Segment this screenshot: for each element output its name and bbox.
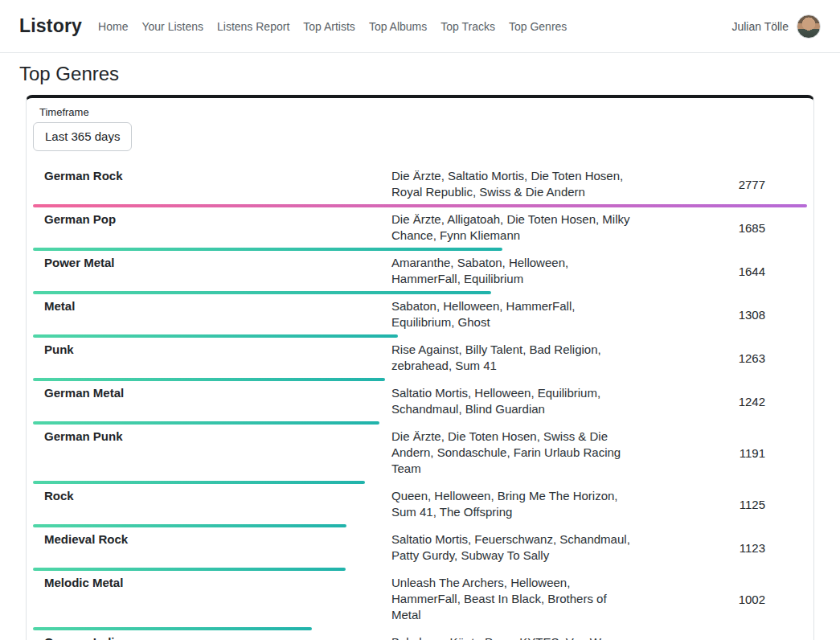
nav-item-top-albums[interactable]: Top Albums <box>369 20 427 33</box>
nav-item-top-genres[interactable]: Top Genres <box>509 20 567 33</box>
page-title: Top Genres <box>19 63 821 85</box>
genre-name: German Indie <box>33 634 391 640</box>
genre-row: German Pop Die Ärzte, Alligatoah, Die To… <box>33 207 807 251</box>
main-content: Top Genres Timeframe Last 365 days Germa… <box>0 63 840 640</box>
genre-name: German Rock <box>33 168 391 184</box>
genre-count: 2777 <box>739 178 807 191</box>
genre-count: 1263 <box>739 351 807 365</box>
nav-item-your-listens[interactable]: Your Listens <box>141 20 203 33</box>
timeframe-select[interactable]: Last 365 days <box>33 122 132 151</box>
genre-row: Metal Sabaton, Helloween, HammerFall, Eq… <box>33 294 807 338</box>
genre-name: German Punk <box>33 429 391 445</box>
genre-row: Melodic Metal Unleash The Archers, Hello… <box>33 571 807 630</box>
genre-artists: Sabaton, Helloween, HammerFall, Equilibr… <box>391 298 637 330</box>
genre-artists: Die Ärzte, Die Toten Hosen, Swiss & Die … <box>391 429 637 477</box>
genre-artists: Queen, Helloween, Bring Me The Horizon, … <box>391 488 637 520</box>
genre-count: 1123 <box>740 541 807 555</box>
genre-row: Power Metal Amaranthe, Sabaton, Hellowee… <box>33 251 807 294</box>
top-navbar: Listory HomeYour ListensListens ReportTo… <box>0 0 840 53</box>
genre-count: 1308 <box>739 308 807 322</box>
nav-item-home[interactable]: Home <box>98 20 128 33</box>
genre-count: 1644 <box>739 265 807 278</box>
nav-item-top-artists[interactable]: Top Artists <box>303 20 355 33</box>
genre-artists: Amaranthe, Sabaton, Helloween, HammerFal… <box>391 255 637 287</box>
user-menu[interactable]: Julian Tölle <box>731 14 821 39</box>
nav-item-top-tracks[interactable]: Top Tracks <box>440 20 495 33</box>
genre-name: German Metal <box>33 385 391 401</box>
genre-name: German Pop <box>33 211 391 228</box>
genre-row: German Indie Bukahara, Käptn Peng, KYTES… <box>33 630 807 640</box>
genre-name: Metal <box>33 298 391 314</box>
genre-count: 1242 <box>739 395 807 408</box>
genre-row: German Metal Saltatio Mortis, Helloween,… <box>33 381 807 425</box>
genre-name: Melodic Metal <box>33 575 391 591</box>
genre-artists: Saltatio Mortis, Feuerschwanz, Schandmau… <box>391 531 637 564</box>
genre-row: German Punk Die Ärzte, Die Toten Hosen, … <box>33 425 807 484</box>
genre-row: Punk Rise Against, Billy Talent, Bad Rel… <box>33 338 807 381</box>
timeframe-label: Timeframe <box>39 106 807 119</box>
genre-name: Power Metal <box>33 255 391 271</box>
user-name: Julian Tölle <box>731 20 789 33</box>
nav-links: HomeYour ListensListens ReportTop Artist… <box>98 20 567 33</box>
genre-name: Rock <box>33 488 391 504</box>
genre-artists: Die Ärzte, Saltatio Mortis, Die Toten Ho… <box>391 168 637 200</box>
top-genres-card: Timeframe Last 365 days German Rock Die … <box>26 95 814 640</box>
genre-count: 1685 <box>739 221 807 235</box>
genre-count: 1002 <box>739 593 807 606</box>
genre-row: Medieval Rock Saltatio Mortis, Feuerschw… <box>33 527 807 571</box>
genre-artists: Saltatio Mortis, Helloween, Equilibrium,… <box>391 385 637 417</box>
genre-row: Rock Queen, Helloween, Bring Me The Hori… <box>33 484 807 527</box>
genre-artists: Die Ärzte, Alligatoah, Die Toten Hosen, … <box>391 211 637 244</box>
genre-row: German Rock Die Ärzte, Saltatio Mortis, … <box>33 164 807 207</box>
nav-item-listens-report[interactable]: Listens Report <box>217 20 289 33</box>
genre-name: Medieval Rock <box>33 531 391 548</box>
genres-table-body: German Rock Die Ärzte, Saltatio Mortis, … <box>33 164 807 640</box>
genre-count: 1191 <box>740 446 807 460</box>
genre-count: 1125 <box>740 498 807 511</box>
genre-name: Punk <box>33 342 391 358</box>
genre-artists: Unleash The Archers, Helloween, HammerFa… <box>391 575 637 623</box>
genre-artists: Bukahara, Käptn Peng, KYTES, Von Wegen L… <box>391 634 637 640</box>
genre-artists: Rise Against, Billy Talent, Bad Religion… <box>391 342 637 374</box>
user-avatar[interactable] <box>797 14 821 39</box>
app-logo[interactable]: Listory <box>19 15 82 37</box>
